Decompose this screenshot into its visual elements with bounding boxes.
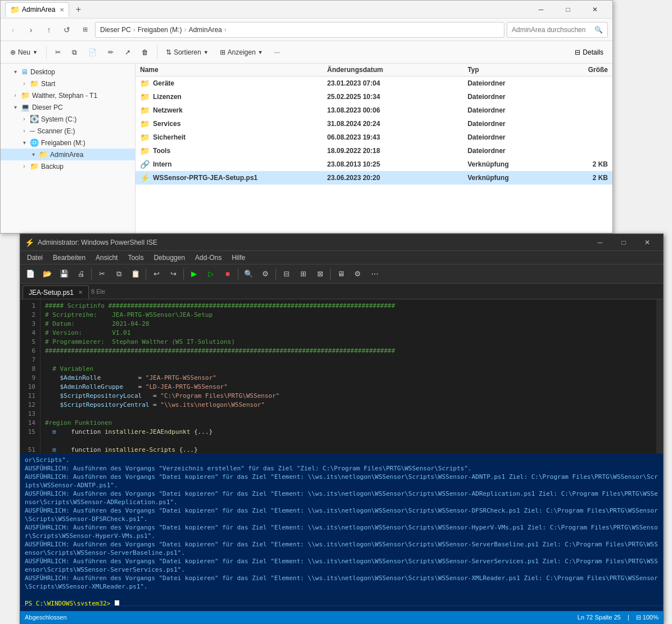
ise-tab-jea-setup[interactable]: JEA-Setup.ps1 ✕ — [22, 285, 89, 299]
code-line — [45, 356, 652, 365]
menu-datei[interactable]: Datei — [22, 253, 47, 263]
sidebar-item-backup[interactable]: › 📁 Backup — [1, 160, 135, 172]
ise-close-btn[interactable]: ✕ — [636, 234, 659, 251]
details-button[interactable]: ⊟ Details — [570, 46, 608, 59]
explorer-close-btn[interactable]: ✕ — [582, 1, 608, 19]
ise-print-btn[interactable]: 🖨 — [73, 266, 89, 282]
ise-debug-btn[interactable]: 🔍 — [241, 266, 256, 282]
rename-button[interactable]: ✏ — [103, 46, 119, 59]
menu-debuggen[interactable]: Debuggen — [149, 253, 189, 263]
ise-monitor-btn[interactable]: 🖥 — [333, 266, 349, 282]
up-button[interactable]: ↑ — [41, 22, 57, 38]
menu-addons[interactable]: Add-Ons — [191, 253, 226, 263]
sort-button[interactable]: ⇅ Sortieren ▼ — [161, 46, 214, 59]
delete-button[interactable]: 🗑 — [137, 46, 154, 59]
ise-layout3-btn[interactable]: ⊠ — [312, 266, 328, 282]
breadcrumb-freigaben[interactable]: Freigaben (M:) — [138, 26, 182, 34]
expand-desktop-icon: ▾ — [12, 69, 19, 75]
ise-tab-close-btn[interactable]: ✕ — [78, 289, 83, 295]
tab-close-btn[interactable]: ✕ — [60, 7, 64, 13]
address-expand-btn[interactable]: ⊞ — [77, 22, 93, 38]
code-line: ##### Scriptinfo #######################… — [45, 302, 652, 311]
ise-new-btn[interactable]: 📄 — [22, 266, 38, 282]
sidebar-item-scanner-e[interactable]: › ─ Scanner (E:) — [1, 125, 135, 137]
file-folder-icon: 📁 — [140, 119, 150, 128]
sidebar-item-desktop[interactable]: ▾ 🖥 Desktop — [1, 66, 135, 78]
table-row[interactable]: 🔗Intern 23.08.2013 10:25 Verknüpfung 2 K… — [136, 158, 612, 171]
sidebar-item-system-c[interactable]: › 💽 System (C:) — [1, 113, 135, 125]
view-button[interactable]: ⊞ Anzeigen ▼ — [215, 46, 268, 59]
sidebar-item-adminarea[interactable]: ▾ 📁 AdminArea — [1, 149, 135, 160]
forward-button[interactable]: › — [23, 22, 39, 38]
expand-backup-icon: › — [21, 163, 28, 170]
ise-save-btn[interactable]: 💾 — [56, 266, 72, 282]
copy-button[interactable]: ⧉ — [67, 46, 82, 59]
console-output[interactable]: or\Scripts". AUSFÜHRLICH: Ausführen des … — [20, 454, 663, 605]
desktop-folder-icon: 🖥 — [21, 68, 28, 76]
explorer-maximize-btn[interactable]: □ — [555, 1, 581, 19]
table-row[interactable]: 📁Lizenzen 25.02.2025 10:34 Dateiordner — [136, 90, 612, 104]
breadcrumb-pc[interactable]: Dieser PC — [100, 26, 131, 34]
col-header-type[interactable]: Typ — [467, 66, 561, 74]
ise-layout2-btn[interactable]: ⊞ — [295, 266, 311, 282]
table-row[interactable]: 📁Services 31.08.2024 20:24 Dateiordner — [136, 117, 612, 131]
more-button[interactable]: ··· — [269, 46, 285, 59]
refresh-button[interactable]: ↺ — [59, 22, 75, 38]
code-line: # Programmierer: Stephan Walther (WS IT-… — [45, 338, 652, 347]
ise-undo-btn[interactable]: ↩ — [148, 266, 164, 282]
ise-open-btn[interactable]: 📂 — [39, 266, 55, 282]
file-date: 25.02.2025 10:34 — [327, 93, 468, 101]
search-input[interactable] — [512, 26, 592, 34]
col-header-name[interactable]: Name — [140, 66, 327, 74]
menu-hilfe[interactable]: Hilfe — [227, 253, 250, 263]
ise-settings-btn[interactable]: ⚙ — [350, 266, 366, 282]
col-header-size[interactable]: Größe — [561, 66, 608, 74]
table-row[interactable]: 📁Tools 18.09.2022 20:18 Dateiordner — [136, 144, 612, 158]
file-type: Verknüpfung — [467, 160, 561, 168]
menu-ansicht[interactable]: Ansicht — [91, 253, 122, 263]
table-row[interactable]: ⚡WSSensor-PRTG-JEA-Setup.ps1 23.06.2023 … — [136, 171, 612, 185]
ise-stop-btn[interactable]: ■ — [220, 266, 236, 282]
explorer-minimize-btn[interactable]: ─ — [528, 1, 554, 19]
sidebar-item-dieser-pc[interactable]: ▾ 💻 Dieser PC — [1, 101, 135, 113]
file-type: Dateiordner — [467, 79, 561, 87]
cut-button[interactable]: ✂ — [50, 46, 66, 59]
breadcrumb[interactable]: Dieser PC › Freigaben (M:) › AdminArea › — [95, 22, 504, 38]
breadcrumb-adminarea[interactable]: AdminArea — [188, 26, 222, 34]
sidebar-item-freigaben-m[interactable]: ▾ 🌐 Freigaben (M:) — [1, 137, 135, 149]
sidebar-item-walther[interactable]: › 📁 Walther, Stephan - T1 — [1, 89, 135, 101]
sidebar-item-start[interactable]: › 📁 Start — [1, 78, 135, 89]
ise-run-btn[interactable]: ▶ — [186, 266, 202, 282]
col-header-date[interactable]: Änderungsdatum — [327, 66, 468, 74]
back-button[interactable]: ‹ — [5, 22, 21, 38]
ise-paste-btn[interactable]: 📋 — [128, 266, 143, 282]
table-row[interactable]: 📁Sicherheit 06.08.2023 19:43 Dateiordner — [136, 131, 612, 144]
explorer-window-controls: ─ □ ✕ — [528, 1, 608, 19]
file-type: Dateiordner — [467, 133, 561, 141]
ise-redo-btn[interactable]: ↪ — [165, 266, 181, 282]
share-button[interactable]: ↗ — [120, 46, 136, 59]
explorer-tab[interactable]: 📁 AdminArea ✕ — [5, 2, 69, 17]
search-box[interactable]: 🔍 — [507, 22, 608, 38]
ise-layout1-btn[interactable]: ⊟ — [278, 266, 294, 282]
ise-status-bar: Abgeschlossen Ln 72 Spalte 25 | ⊟ 100% — [20, 611, 663, 623]
new-button[interactable]: ⊕ Neu ▼ — [5, 46, 43, 59]
ise-copy-btn[interactable]: ⧉ — [111, 266, 127, 282]
paste-button[interactable]: 📄 — [83, 46, 102, 59]
ise-minimize-btn[interactable]: ─ — [589, 234, 611, 251]
ise-title-icon: ⚡ — [25, 238, 34, 247]
ise-cut-btn[interactable]: ✂ — [94, 266, 110, 282]
ise-run-selection-btn[interactable]: ▷ — [203, 266, 219, 282]
ise-maximize-btn[interactable]: □ — [612, 234, 635, 251]
new-tab-button[interactable]: + — [71, 3, 85, 16]
table-row[interactable]: 📁Netzwerk 13.08.2023 00:06 Dateiordner — [136, 104, 612, 117]
console-horizontal-scrollbar[interactable] — [20, 605, 663, 611]
search-icon[interactable]: 🔍 — [594, 26, 603, 34]
table-row[interactable]: 📁Geräte 23.01.2023 07:04 Dateiordner — [136, 77, 612, 90]
ise-extra-btn[interactable]: ⋯ — [367, 266, 382, 282]
file-date: 23.08.2013 10:25 — [327, 160, 468, 168]
menu-tools[interactable]: Tools — [123, 253, 148, 263]
ise-snippet-btn[interactable]: ⚙ — [258, 266, 273, 282]
expand-walther-icon: › — [12, 92, 19, 99]
menu-bearbeiten[interactable]: Bearbeiten — [48, 253, 90, 263]
